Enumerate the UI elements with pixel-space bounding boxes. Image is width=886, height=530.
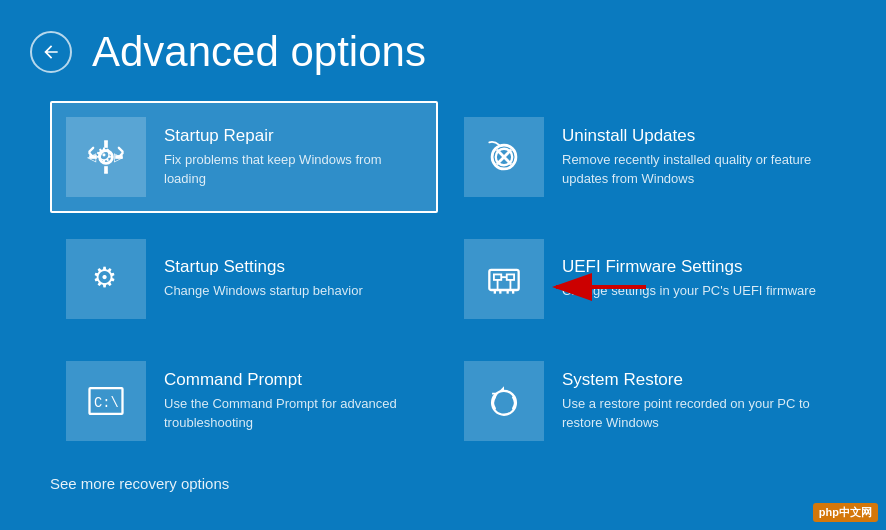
startup-repair-text: Startup Repair Fix problems that keep Wi… [164,126,422,187]
option-startup-settings[interactable]: ⚙ Startup Settings Change Windows startu… [50,223,438,335]
startup-settings-icon-box: ⚙ [66,239,146,319]
see-more-recovery-link[interactable]: See more recovery options [0,457,886,510]
command-prompt-title: Command Prompt [164,370,422,390]
uefi-firmware-desc: Change settings in your PC's UEFI firmwa… [562,282,820,300]
startup-repair-title: Startup Repair [164,126,422,146]
svg-text:C:\: C:\ [94,396,119,411]
svg-rect-2 [104,166,108,173]
uefi-firmware-text: UEFI Firmware Settings Change settings i… [562,257,820,300]
startup-settings-title: Startup Settings [164,257,422,277]
svg-rect-12 [494,274,501,280]
startup-repair-desc: Fix problems that keep Windows from load… [164,151,422,187]
svg-text:⚙: ⚙ [95,144,113,166]
command-prompt-icon-box: C:\ [66,361,146,441]
page-title: Advanced options [92,28,426,76]
option-startup-repair[interactable]: ⚙ ◁ ▷ Startup Repair Fix problems that k… [50,101,438,213]
uninstall-updates-desc: Remove recently installed quality or fea… [562,151,820,187]
option-uninstall-updates[interactable]: Uninstall Updates Remove recently instal… [448,101,836,213]
uefi-firmware-title: UEFI Firmware Settings [562,257,820,277]
startup-settings-desc: Change Windows startup behavior [164,282,422,300]
svg-text:⚙: ⚙ [92,262,117,293]
command-prompt-desc: Use the Command Prompt for advanced trou… [164,395,422,431]
back-button[interactable] [30,31,72,73]
uefi-firmware-icon-box [464,239,544,319]
option-system-restore[interactable]: System Restore Use a restore point recor… [448,345,836,457]
system-restore-title: System Restore [562,370,820,390]
svg-text:◁: ◁ [87,150,97,164]
svg-rect-13 [507,274,514,280]
options-grid: ⚙ ◁ ▷ Startup Repair Fix problems that k… [0,101,886,457]
header: Advanced options [0,0,886,96]
uninstall-updates-icon-box [464,117,544,197]
uninstall-updates-title: Uninstall Updates [562,126,820,146]
option-command-prompt[interactable]: C:\ Command Prompt Use the Command Promp… [50,345,438,457]
command-prompt-text: Command Prompt Use the Command Prompt fo… [164,370,422,431]
option-uefi-firmware[interactable]: UEFI Firmware Settings Change settings i… [448,223,836,335]
startup-repair-icon-box: ⚙ ◁ ▷ [66,117,146,197]
system-restore-text: System Restore Use a restore point recor… [562,370,820,431]
startup-settings-text: Startup Settings Change Windows startup … [164,257,422,300]
system-restore-desc: Use a restore point recorded on your PC … [562,395,820,431]
watermark: php中文网 [813,503,878,522]
uninstall-updates-text: Uninstall Updates Remove recently instal… [562,126,820,187]
system-restore-icon-box [464,361,544,441]
svg-text:▷: ▷ [114,150,124,164]
